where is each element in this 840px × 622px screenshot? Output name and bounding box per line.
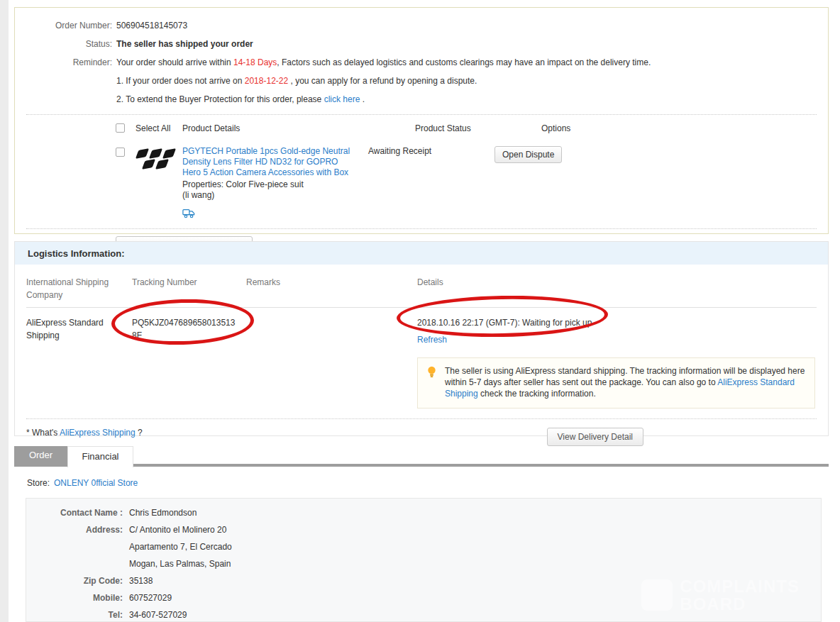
- whats-text-pre: * What's: [26, 428, 60, 438]
- product-table-header: Select All Product Details Product Statu…: [15, 115, 828, 140]
- order-number-label: Order Number:: [15, 21, 112, 30]
- address-row: Address: C/ Antonito el Molinero 20: [26, 521, 821, 538]
- reminder-days: 14-18 Days: [233, 57, 277, 67]
- reminder-text-pre: Your order should arrive within: [116, 57, 233, 67]
- shipping-company-value: AliExpress Standard Shipping: [26, 316, 132, 409]
- reminder-line2-post: .: [360, 94, 365, 104]
- shipping-company-header: International Shipping Company: [26, 276, 132, 301]
- order-summary-panel: Order Number: 506904518145073 Status: Th…: [14, 7, 829, 234]
- watermark-icon: [641, 579, 673, 611]
- watermark-line1: COMPLAINTS: [680, 577, 800, 595]
- open-dispute-button[interactable]: Open Dispute: [494, 146, 562, 163]
- zip-label: Zip Code:: [26, 572, 123, 589]
- reminder-row: Reminder: Your order should arrive withi…: [15, 57, 828, 67]
- order-status-label: Status:: [15, 39, 112, 49]
- reminder-line1-post: , you can apply for a refund by opening …: [288, 76, 477, 86]
- mobile-value: 607527029: [129, 589, 172, 606]
- contact-name-label: Contact Name :: [26, 504, 123, 521]
- shipping-tip-box: The seller is using AliExpress standard …: [417, 357, 815, 409]
- options-header: Options: [541, 123, 828, 133]
- reminder-text-post: , Factors such as delayed logistics and …: [277, 57, 651, 67]
- reminder-line2-row: 2. To extend the Buyer Protection for th…: [15, 94, 828, 104]
- logistics-panel: Logistics Information: International Shi…: [14, 241, 829, 436]
- whats-text-post: ?: [136, 428, 143, 438]
- whats-shipping-text: * What's AliExpress Shipping ?: [26, 428, 143, 438]
- address-line1: C/ Antonito el Molinero 20: [129, 521, 226, 538]
- address-row2: Apartamento 7, El Cercado: [26, 538, 821, 555]
- order-detail-page: Order Number: 506904518145073 Status: Th…: [0, 0, 840, 622]
- reminder-label: Reminder:: [15, 57, 112, 67]
- product-properties: Properties: Color Five-piece suit: [182, 179, 353, 190]
- product-title-link[interactable]: PGYTECH Portable 1pcs Gold-edge Neutral …: [182, 146, 350, 177]
- zip-value: 35138: [129, 572, 153, 589]
- reminder-line2-pre: 2. To extend the Buyer Protection for th…: [116, 94, 324, 104]
- lightbulb-icon: [426, 365, 445, 399]
- watermark-line2: BOARD: [680, 595, 800, 613]
- product-row: PGYTECH Portable 1pcs Gold-edge Neutral …: [15, 140, 828, 221]
- reminder-line2: 2. To extend the Buyer Protection for th…: [116, 94, 365, 104]
- tracking-number-header: Tracking Number: [132, 276, 246, 301]
- complaintsboard-watermark: COMPLAINTS BOARD: [641, 577, 800, 613]
- address-line2: Apartamento 7, El Cercado: [129, 538, 232, 555]
- details-header: Details: [417, 276, 817, 301]
- address-line3: Mogan, Las Palmas, Spain: [129, 555, 231, 572]
- reminder-text: Your order should arrive within 14-18 Da…: [116, 57, 651, 67]
- arrival-deadline-date: 2018-12-22: [245, 76, 288, 86]
- product-details-cell: PGYTECH Portable 1pcs Gold-edge Neutral …: [182, 146, 353, 221]
- contact-name-value: Chris Edmondson: [129, 504, 197, 521]
- order-financial-tabs: Order Financial: [14, 446, 829, 467]
- tab-financial[interactable]: Financial: [67, 446, 133, 467]
- tracking-status-line: 2018.10.16 22:17 (GMT-7): Waiting for pi…: [417, 316, 817, 329]
- logistics-table-row: AliExpress Standard Shipping PQ5KJZ04768…: [26, 308, 817, 409]
- view-delivery-detail-button[interactable]: View Delivery Detail: [547, 428, 643, 446]
- aliexpress-shipping-link[interactable]: AliExpress Shipping: [60, 428, 136, 438]
- logistics-table-header: International Shipping Company Tracking …: [26, 265, 817, 308]
- product-thumbnail[interactable]: [136, 146, 182, 221]
- remarks-header: Remarks: [246, 276, 417, 301]
- product-status-value: Awaiting Receipt: [353, 146, 494, 221]
- product-checkbox[interactable]: [116, 148, 125, 157]
- extend-protection-link[interactable]: click here: [324, 94, 360, 104]
- product-status-header: Product Status: [399, 123, 541, 133]
- logistics-title: Logistics Information:: [15, 242, 828, 265]
- buyer-name: (li wang): [182, 190, 353, 201]
- reminder-line1-pre: 1. If your order does not arrive on: [116, 76, 245, 86]
- reminder-line1: 1. If your order does not arrive on 2018…: [116, 76, 477, 86]
- mobile-label: Mobile:: [26, 589, 123, 606]
- store-label: Store:: [27, 478, 50, 488]
- logistics-footer-row: * What's AliExpress Shipping ? View Deli…: [26, 419, 817, 446]
- divider: [26, 228, 817, 229]
- tel-value: 34-607-527029: [129, 606, 187, 622]
- select-all-label: Select All: [136, 123, 182, 133]
- shipping-tip-text: The seller is using AliExpress standard …: [445, 365, 806, 399]
- product-details-header: Product Details: [182, 123, 399, 133]
- details-cell: 2018.10.16 22:17 (GMT-7): Waiting for pi…: [417, 316, 817, 409]
- remarks-value: [246, 316, 417, 409]
- store-row: Store:ONLENY 0fficial Store: [27, 478, 138, 488]
- order-status-row: Status: The seller has shipped your orde…: [15, 39, 828, 49]
- refresh-link[interactable]: Refresh: [417, 335, 447, 345]
- tel-label: Tel:: [26, 606, 123, 622]
- order-status-value: The seller has shipped your order: [116, 39, 253, 49]
- tab-order[interactable]: Order: [14, 446, 67, 464]
- tab-divider-bar: [14, 464, 829, 467]
- page-left-gutter: [0, 0, 9, 622]
- lens-filter-image: [136, 146, 178, 169]
- store-link[interactable]: ONLENY 0fficial Store: [54, 478, 138, 488]
- select-all-checkbox[interactable]: [116, 123, 125, 133]
- reminder-line1-row: 1. If your order does not arrive on 2018…: [15, 76, 828, 86]
- address-label: Address:: [26, 521, 123, 538]
- address-row3: Mogan, Las Palmas, Spain: [26, 555, 821, 572]
- order-number-value: 506904518145073: [116, 21, 187, 30]
- shipping-truck-icon[interactable]: [182, 211, 195, 221]
- contact-name-row: Contact Name : Chris Edmondson: [26, 504, 821, 521]
- tip-text-post: check the tracking information.: [478, 389, 596, 399]
- order-number-row: Order Number: 506904518145073: [15, 21, 828, 30]
- logistics-table: International Shipping Company Tracking …: [15, 265, 828, 409]
- tracking-number-value: PQ5KJZ0476896580135138F: [132, 316, 240, 342]
- contact-info-panel: Contact Name : Chris Edmondson Address: …: [26, 498, 822, 622]
